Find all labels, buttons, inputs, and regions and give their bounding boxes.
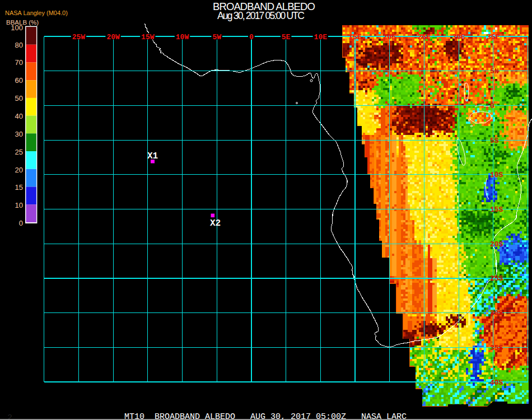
svg-text:10W: 10W <box>176 33 189 41</box>
svg-text:0: 0 <box>19 219 23 227</box>
svg-text:30: 30 <box>15 130 23 138</box>
svg-text:Aug 30, 2017 05:00 UTC: Aug 30, 2017 05:00 UTC <box>217 10 304 21</box>
svg-text:80: 80 <box>15 41 23 49</box>
svg-text:20S: 20S <box>490 240 503 249</box>
svg-text:0: 0 <box>249 33 254 41</box>
svg-text:2: 2 <box>7 413 12 420</box>
svg-text:15: 15 <box>15 183 23 192</box>
svg-text:25W: 25W <box>72 33 86 41</box>
svg-text:70: 70 <box>15 58 23 67</box>
svg-text:40S: 40S <box>490 379 503 387</box>
svg-text:5N: 5N <box>490 67 499 76</box>
svg-text:50: 50 <box>15 94 23 102</box>
svg-text:25: 25 <box>15 148 23 156</box>
svg-text:40: 40 <box>15 112 23 120</box>
svg-text:20W: 20W <box>106 33 120 41</box>
svg-text:NASA Langley (M04.0): NASA Langley (M04.0) <box>5 10 68 16</box>
svg-text:35S: 35S <box>490 344 503 352</box>
svg-text:10E: 10E <box>314 33 328 41</box>
svg-text:BBALB (%): BBALB (%) <box>6 19 39 26</box>
svg-text:5E: 5E <box>282 33 291 41</box>
svg-text:5S: 5S <box>490 137 499 145</box>
svg-text:10: 10 <box>15 201 23 209</box>
svg-text:0: 0 <box>490 102 494 110</box>
svg-text:20E: 20E <box>383 33 396 41</box>
svg-text:X2: X2 <box>210 218 221 228</box>
svg-text:60: 60 <box>15 76 23 85</box>
svg-text:25S: 25S <box>490 274 503 283</box>
svg-text:MT10 BROADBAND ALBEDO AUG 3: MT10 BROADBAND ALBEDO AUG 30, 2017 05:00… <box>124 412 407 420</box>
svg-text:10S: 10S <box>490 171 503 179</box>
svg-text:15W: 15W <box>141 33 155 41</box>
svg-text:15E: 15E <box>348 33 362 41</box>
svg-text:30E: 30E <box>452 33 465 41</box>
svg-text:35E: 35E <box>487 33 500 41</box>
svg-text:15S: 15S <box>490 206 503 214</box>
svg-text:5W: 5W <box>212 33 221 41</box>
svg-text:30S: 30S <box>490 309 503 318</box>
svg-text:25E: 25E <box>418 33 431 41</box>
svg-text:20: 20 <box>15 166 23 174</box>
